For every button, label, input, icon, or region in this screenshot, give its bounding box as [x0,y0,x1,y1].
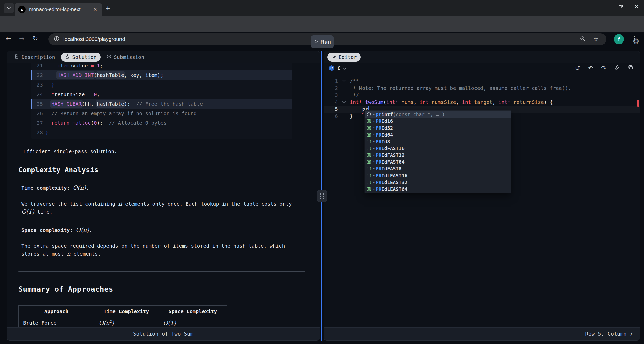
back-button[interactable]: ← [6,35,11,42]
tab-close-icon[interactable]: ✕ [92,6,99,13]
browser-toolbar: ← → ↻ localhost:3000/playground ☆ f ⋮ [0,16,644,32]
line-number: 1 [324,77,338,84]
solution-panel: DescriptionSolutionSubmission 21 item→va… [7,51,320,341]
line-number: 24 [31,90,43,99]
language-selector[interactable]: C [337,65,340,71]
editor-line[interactable]: 2 * Note: The returned array must be mal… [324,84,640,92]
line-number: 23 [31,80,43,90]
fold-spacer [338,84,350,92]
suggest-item[interactable]: •PRIdFAST8 [365,165,511,172]
close-button[interactable]: ✕ [634,4,639,10]
symbol-text-icon [367,133,371,137]
grip-dots-icon [320,193,324,199]
fold-spacer [338,92,350,99]
code-line: 28} [31,128,292,137]
fold-spacer [338,113,350,120]
symbol-text-icon [367,153,371,157]
line-number: 5 [324,106,338,113]
reset-icon[interactable]: ↺ [575,65,580,72]
suggest-item[interactable]: •PRId32 [365,124,511,131]
suggest-item[interactable]: •PRIdFAST64 [365,158,511,165]
solution-footer: Solution of Two Sum [7,327,320,340]
play-icon [314,39,318,44]
code-line: 22 HASH_ADD_INT(hashTable, key, item); [31,70,292,80]
symbol-text-icon [367,160,371,164]
bookmark-star-icon[interactable]: ☆ [593,36,599,43]
redo-icon[interactable]: ↷ [601,65,606,72]
paragraph: Efficient single-pass solution. [23,148,320,154]
tab-submission[interactable]: Submission [103,53,148,62]
horizontal-rule [18,299,305,299]
profile-avatar[interactable]: f [614,34,624,44]
line-number: 6 [324,113,338,120]
paragraph: Space complexity: O(n). [21,227,320,233]
line-number: 26 [31,109,43,118]
zoom-out-icon[interactable] [580,36,586,43]
paragraph: The extra space required depends on the … [21,242,302,258]
minimize-button[interactable]: – [604,4,607,10]
symbol-text-icon [367,180,371,185]
code-line: 27 return malloc(0); // Allocate 0 bytes [31,118,292,128]
tab-label: Solution [72,54,96,60]
horizontal-rule [18,271,305,272]
left-panel-tabbar: DescriptionSolutionSubmission [7,51,320,63]
editor-toolbar: ↺ ↶ ↷ [575,65,640,72]
suggest-item[interactable]: •PRIdLEAST32 [365,179,511,186]
tab-editor[interactable]: Editor [327,53,361,62]
code-line: 24 *returnSize = 0; [31,90,292,99]
code-editor[interactable]: 1/**2 * Note: The returned array must be… [324,73,640,328]
table-header: Time Complexity [94,306,158,317]
submission-icon [107,54,111,60]
suggest-item[interactable]: •printf(const char *, … ) [365,111,511,118]
forward-button[interactable]: → [19,35,25,42]
symbol-text-icon [367,146,371,151]
suggest-item[interactable]: •PRId8 [365,138,511,145]
line-number: 3 [324,92,338,99]
tab-solution[interactable]: Solution [61,53,100,62]
symbol-text-icon [367,187,371,191]
tab-search-button[interactable] [4,3,14,13]
suggest-item[interactable]: •PRIdLEAST64 [365,186,511,192]
suggest-item[interactable]: •PRIdFAST32 [365,152,511,158]
browser-tab[interactable]: ▲ monaco-editor-lsp-next ✕ [15,3,102,16]
reload-button[interactable]: ↻ [33,35,38,42]
suggest-item[interactable]: •PRId16 [365,118,511,124]
paragraph: We traverse the list containing n elemen… [21,200,302,216]
screen: ▲ monaco-editor-lsp-next ✕ + – ✕ ← → ↻ l… [0,0,644,344]
suggest-item[interactable]: •PRIdLEAST16 [365,172,511,179]
line-number: 4 [324,99,338,106]
format-brush-icon[interactable] [614,65,620,72]
restore-button[interactable] [619,4,623,10]
run-button[interactable]: Run [311,35,334,48]
paragraph: Time complexity: O(n). [21,184,320,191]
line-number: 2 [324,84,338,92]
undo-icon[interactable]: ↶ [588,65,593,72]
code-line: 21 item→value = 1; [31,63,292,70]
chevron-down-icon[interactable] [343,66,346,71]
pencil-square-icon [331,55,336,60]
tab-description[interactable]: Description [10,53,59,62]
table-header: Space Complexity [158,306,227,317]
solution-icon [65,54,70,60]
fold-chevron-icon[interactable] [338,77,350,84]
new-tab-button[interactable]: + [106,5,110,12]
suggest-item[interactable]: •PRId64 [365,131,511,138]
symbol-text-icon [367,166,371,171]
editor-line[interactable]: 3 */ [324,92,640,99]
copy-icon[interactable] [628,65,633,72]
chevron-down-icon [7,7,11,9]
code-line: 25 HASH_CLEAR(hh, hashTable); // Free th… [31,99,292,109]
site-info-icon[interactable] [54,36,59,42]
fold-chevron-icon[interactable] [338,99,350,106]
table-cell: Brute Force [19,317,94,328]
line-number: 21 [31,63,43,70]
c-language-icon: C [328,65,335,71]
editor-language-row: C C ↺ ↶ ↷ [324,63,640,73]
table-cell: O(n2) [94,317,158,328]
editor-line[interactable]: 4int* twoSum(int* nums, int numsSize, in… [324,99,640,106]
suggest-item[interactable]: •PRIdFAST16 [365,145,511,152]
editor-panel: Editor C C ↺ ↶ ↷ 1/**2 * Note: The retur… [324,51,640,341]
divider-drag-handle[interactable] [317,190,327,202]
settings-gear-icon[interactable]: ⚙ [633,37,639,46]
editor-line[interactable]: 1/** [324,77,640,84]
